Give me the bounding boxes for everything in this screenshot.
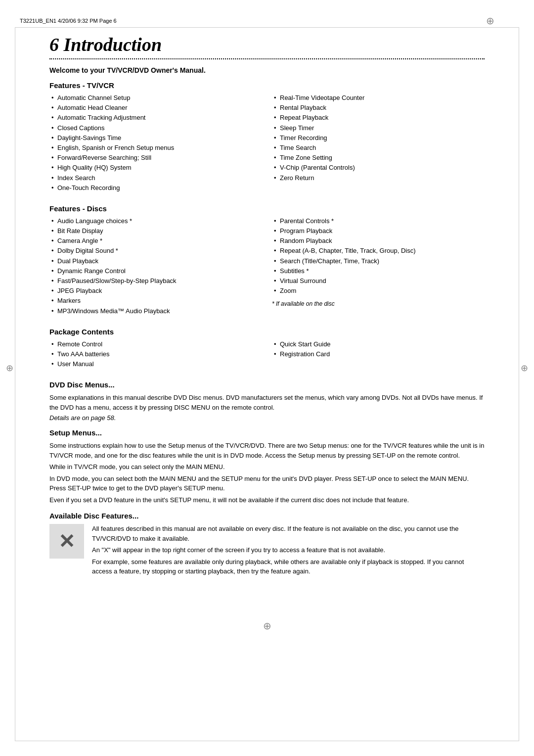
package-contents-columns: Remote ControlTwo AAA batteriesUser Manu…	[49, 340, 485, 374]
features-tv-vcr-left-col: Automatic Channel SetupAutomatic Head Cl…	[49, 94, 262, 197]
left-crosshair: ⊕	[6, 363, 13, 374]
features-discs-right-list: Parental Controls *Program PlaybackRando…	[272, 217, 485, 296]
list-item: One-Touch Recording	[49, 184, 262, 192]
list-item: Zoom	[272, 286, 485, 295]
list-item: Forward/Reverse Searching; Still	[49, 153, 262, 162]
list-item: High Quality (HQ) System	[49, 163, 262, 172]
package-contents-title: Package Contents	[49, 328, 485, 336]
list-item: Sleep Timer	[272, 124, 485, 133]
features-discs-left-list: Audio Language choices *Bit Rate Display…	[49, 217, 262, 316]
features-tv-vcr-left-list: Automatic Channel SetupAutomatic Head Cl…	[49, 94, 262, 192]
list-item: Timer Recording	[272, 134, 485, 142]
disc-features-note: * If available on the disc	[272, 300, 485, 307]
list-item: V-Chip (Parental Controls)	[272, 163, 485, 172]
dotted-divider	[49, 58, 485, 59]
list-item: Automatic Channel Setup	[49, 94, 262, 102]
list-item: Index Search	[49, 174, 262, 183]
package-contents-right-list: Quick Start GuideRegistration Card	[272, 340, 485, 359]
list-item: English, Spanish or French Setup menus	[49, 143, 262, 152]
setup-menus-title: Setup Menus...	[49, 428, 485, 437]
list-item: Dolby Digital Sound *	[49, 246, 262, 255]
list-item: Parental Controls *	[272, 217, 485, 226]
list-item: Daylight-Savings Time	[49, 134, 262, 142]
list-item: Bit Rate Display	[49, 227, 262, 236]
list-item: Automatic Tracking Adjustment	[49, 113, 262, 122]
page-header-text: T3221UB_EN1 4/20/06 9:32 PM Page 6	[20, 18, 117, 24]
list-item: Markers	[49, 296, 262, 305]
list-item: Remote Control	[49, 340, 262, 349]
package-contents-left-list: Remote ControlTwo AAA batteriesUser Manu…	[49, 340, 262, 369]
list-item: Closed Captions	[49, 124, 262, 133]
list-item: MP3/Windows Media™ Audio Playback	[49, 307, 262, 316]
features-tv-vcr-columns: Automatic Channel SetupAutomatic Head Cl…	[49, 94, 485, 197]
list-item: Real-Time Videotape Counter	[272, 94, 485, 102]
features-discs-right-col: Parental Controls *Program PlaybackRando…	[272, 217, 485, 321]
available-disc-para3: For example, some features are available…	[92, 557, 485, 576]
crosshair-top-right: ⊕	[486, 15, 494, 27]
features-tv-vcr-right-list: Real-Time Videotape CounterRental Playba…	[272, 94, 485, 183]
setup-menus-para2: While in TV/VCR mode, you can select onl…	[49, 462, 485, 472]
setup-menus-para3: In DVD mode, you can select both the MAI…	[49, 474, 485, 493]
list-item: Registration Card	[272, 350, 485, 359]
dvd-disc-menus-title: DVD Disc Menus...	[49, 380, 485, 389]
features-tv-vcr-section: Features - TV/VCR Automatic Channel Setu…	[49, 81, 485, 197]
available-disc-features-title: Available Disc Features...	[49, 512, 485, 520]
list-item: Repeat (A-B, Chapter, Title, Track, Grou…	[272, 246, 485, 255]
features-tv-vcr-title: Features - TV/VCR	[49, 81, 485, 90]
list-item: Time Zone Setting	[272, 153, 485, 162]
available-disc-text-block: All features described in this manual ar…	[92, 524, 485, 578]
features-discs-section: Features - Discs Audio Language choices …	[49, 204, 485, 321]
list-item: Dynamic Range Control	[49, 267, 262, 276]
list-item: JPEG Playback	[49, 286, 262, 295]
main-content: 6 Introduction Welcome to your TV/VCR/DV…	[20, 29, 514, 615]
dvd-disc-menus-para2: Details are on page 58.	[49, 414, 485, 422]
features-discs-left-col: Audio Language choices *Bit Rate Display…	[49, 217, 262, 321]
package-contents-right-col: Quick Start GuideRegistration Card	[272, 340, 485, 374]
dvd-disc-menus-section: DVD Disc Menus... Some explanations in t…	[49, 380, 485, 422]
list-item: Fast/Paused/Slow/Step-by-Step Playback	[49, 277, 262, 285]
list-item: Search (Title/Chapter, Time, Track)	[272, 257, 485, 266]
bottom-crosshair: ⊕	[263, 620, 271, 632]
list-item: Audio Language choices *	[49, 217, 262, 226]
list-item: Dual Playback	[49, 257, 262, 266]
setup-menus-section: Setup Menus... Some instructions explain…	[49, 428, 485, 505]
setup-menus-para1: Some instructions explain how to use the…	[49, 441, 485, 460]
available-disc-para1: All features described in this manual ar…	[92, 524, 485, 543]
list-item: Two AAA batteries	[49, 350, 262, 359]
available-disc-content: All features described in this manual ar…	[49, 524, 485, 578]
list-item: Automatic Head Cleaner	[49, 103, 262, 112]
right-crosshair: ⊕	[521, 363, 528, 374]
list-item: Subtitles *	[272, 267, 485, 276]
welcome-text: Welcome to your TV/VCR/DVD Owner's Manua…	[49, 66, 485, 74]
list-item: User Manual	[49, 360, 262, 369]
list-item: Virtual Surround	[272, 277, 485, 285]
features-discs-title: Features - Discs	[49, 204, 485, 213]
list-item: Repeat Playback	[272, 113, 485, 122]
list-item: Quick Start Guide	[272, 340, 485, 349]
page-container: T3221UB_EN1 4/20/06 9:32 PM Page 6 ⊕ ⊕ ⊕…	[0, 0, 534, 756]
available-disc-para2: An "X" will appear in the top right corn…	[92, 545, 485, 555]
chapter-title: 6 Introduction	[49, 34, 485, 55]
list-item: Zero Return	[272, 174, 485, 183]
package-contents-section: Package Contents Remote ControlTwo AAA b…	[49, 328, 485, 374]
list-item: Program Playback	[272, 227, 485, 236]
package-contents-left-col: Remote ControlTwo AAA batteriesUser Manu…	[49, 340, 262, 374]
list-item: Camera Angle *	[49, 236, 262, 245]
list-item: Rental Playback	[272, 103, 485, 112]
dvd-disc-menus-para1: Some explanations in this manual describ…	[49, 393, 485, 412]
x-icon-box	[49, 524, 84, 559]
features-discs-columns: Audio Language choices *Bit Rate Display…	[49, 217, 485, 321]
features-tv-vcr-right-col: Real-Time Videotape CounterRental Playba…	[272, 94, 485, 197]
setup-menus-para4: Even if you set a DVD feature in the uni…	[49, 495, 485, 505]
list-item: Random Playback	[272, 236, 485, 245]
available-disc-features-section: Available Disc Features... All features …	[49, 512, 485, 578]
list-item: Time Search	[272, 143, 485, 152]
bottom-crosshair-container: ⊕	[20, 620, 514, 632]
